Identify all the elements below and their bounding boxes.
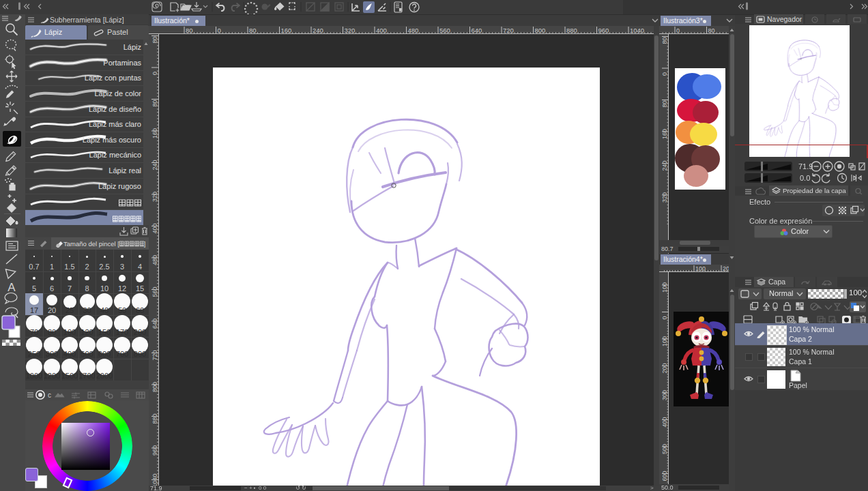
svg-text:1040: 1040	[151, 473, 158, 486]
svg-text:20: 20	[723, 265, 729, 272]
svg-text:800: 800	[151, 382, 158, 392]
svg-text:160: 160	[151, 128, 158, 138]
svg-text:240: 240	[661, 160, 668, 170]
svg-text:320: 320	[151, 192, 158, 202]
svg-text:720: 720	[151, 350, 158, 360]
svg-text:960: 960	[151, 445, 158, 456]
svg-text:480: 480	[151, 255, 158, 265]
svg-text:640: 640	[151, 318, 158, 329]
svg-text:240: 240	[151, 160, 158, 170]
svg-text:0: 0	[676, 27, 680, 34]
svg-text:0: 0	[218, 27, 221, 34]
svg-text:880: 880	[151, 413, 158, 423]
svg-text:c: c	[48, 391, 51, 399]
svg-text:80: 80	[708, 27, 715, 34]
svg-text:A: A	[8, 281, 16, 294]
svg-text:320: 320	[661, 192, 668, 203]
svg-text:400: 400	[151, 223, 158, 233]
svg-text:560: 560	[151, 286, 158, 297]
svg-text:160: 160	[661, 129, 668, 139]
svg-text:80: 80	[186, 27, 193, 34]
svg-text:80: 80	[249, 27, 257, 34]
